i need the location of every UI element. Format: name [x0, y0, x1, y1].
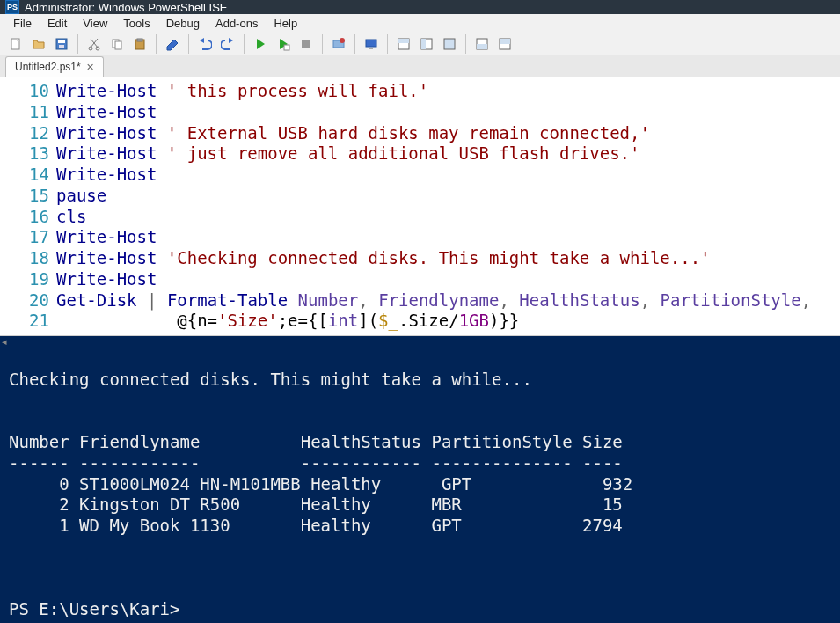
svg-marker-12 [200, 38, 204, 43]
script-editor[interactable]: 10Write-Host ' this process will fail.'1… [0, 77, 840, 335]
svg-rect-23 [398, 39, 409, 43]
line-number: 11 [0, 102, 56, 123]
editor-scrollbar[interactable]: ◂ [0, 335, 840, 336]
svg-rect-16 [284, 45, 289, 50]
code-text: Write-Host [56, 269, 157, 290]
menu-addons[interactable]: Add-ons [208, 14, 266, 33]
close-tab-icon[interactable]: ✕ [86, 62, 94, 73]
line-number: 18 [0, 248, 56, 269]
menubar: File Edit View Tools Debug Add-ons Help [0, 14, 840, 33]
code-line[interactable]: 21 @{n='Size';e={[int]($_.Size/1GB)}} [0, 311, 840, 332]
code-line[interactable]: 12Write-Host ' External USB hard disks m… [0, 123, 840, 144]
code-line[interactable]: 18Write-Host 'Checking connected disks. … [0, 248, 840, 269]
line-number: 16 [0, 207, 56, 228]
svg-point-19 [340, 38, 345, 43]
code-line[interactable]: 17Write-Host [0, 227, 840, 248]
code-text: Write-Host ' External USB hard disks may… [56, 123, 650, 144]
line-number: 17 [0, 227, 56, 248]
pane-c-button[interactable] [439, 33, 460, 55]
svg-rect-3 [58, 40, 65, 43]
svg-rect-25 [421, 39, 426, 49]
code-text: cls [56, 207, 86, 228]
pane-b-button[interactable] [416, 33, 437, 55]
svg-rect-26 [444, 39, 455, 49]
stop-button[interactable] [296, 33, 317, 55]
menu-file[interactable]: File [5, 14, 40, 33]
window-title: Administrator: Windows PowerShell ISE [25, 1, 227, 14]
menu-help[interactable]: Help [266, 14, 305, 33]
code-line[interactable]: 14Write-Host [0, 165, 840, 186]
pane-d-button[interactable] [471, 33, 493, 55]
line-number: 15 [0, 186, 56, 207]
code-text: Get-Disk | Format-Table Number, Friendly… [56, 290, 811, 312]
powershell-icon: PS [5, 0, 19, 14]
run-button[interactable] [250, 33, 271, 55]
break-button[interactable] [328, 33, 349, 55]
menu-tools[interactable]: Tools [115, 14, 157, 33]
line-number: 19 [0, 269, 56, 290]
line-number: 21 [0, 311, 56, 332]
code-line[interactable]: 15pause [0, 186, 840, 207]
copy-button[interactable] [106, 33, 128, 55]
svg-rect-4 [59, 45, 64, 48]
svg-marker-14 [257, 39, 265, 49]
menu-debug[interactable]: Debug [158, 14, 208, 33]
code-text: @{n='Size';e={[int]($_.Size/1GB)}} [56, 311, 519, 332]
code-line[interactable]: 13Write-Host ' just remove all additiona… [0, 143, 840, 165]
line-number: 14 [0, 165, 56, 186]
svg-rect-17 [302, 40, 310, 48]
code-text: Write-Host [56, 102, 157, 123]
new-button[interactable] [5, 33, 26, 55]
code-text: pause [56, 186, 106, 207]
line-number: 13 [0, 143, 56, 165]
code-text: Write-Host 'Checking connected disks. Th… [56, 248, 711, 269]
code-text: Write-Host [56, 165, 157, 186]
tab-strip: Untitled2.ps1* ✕ [0, 55, 840, 77]
line-number: 20 [0, 290, 56, 312]
svg-rect-20 [366, 40, 376, 47]
tab-label: Untitled2.ps1* [15, 61, 81, 73]
svg-rect-10 [137, 39, 142, 41]
titlebar: PS Administrator: Windows PowerShell ISE [0, 0, 840, 14]
cut-button[interactable] [84, 33, 105, 55]
redo-button[interactable] [217, 33, 238, 55]
svg-rect-28 [477, 44, 487, 49]
paste-button[interactable] [129, 33, 150, 55]
code-line[interactable]: 20Get-Disk | Format-Table Number, Friend… [0, 290, 840, 312]
line-number: 12 [0, 123, 56, 144]
pane-a-button[interactable] [393, 33, 414, 55]
menu-view[interactable]: View [75, 14, 115, 33]
remote-button[interactable] [361, 33, 382, 55]
code-text: Write-Host [56, 227, 157, 248]
line-number: 10 [0, 81, 56, 102]
toolbar [0, 33, 840, 55]
clear-button[interactable] [162, 33, 183, 55]
tab-untitled2[interactable]: Untitled2.ps1* ✕ [5, 56, 104, 77]
run-selection-button[interactable] [273, 33, 294, 55]
code-text: Write-Host ' this process will fail.' [56, 81, 428, 102]
svg-rect-8 [115, 41, 121, 49]
code-line[interactable]: 16cls [0, 207, 840, 228]
save-button[interactable] [51, 33, 72, 55]
code-line[interactable]: 19Write-Host [0, 269, 840, 290]
menu-edit[interactable]: Edit [40, 14, 75, 33]
svg-rect-21 [369, 48, 373, 49]
svg-marker-13 [229, 38, 233, 43]
code-line[interactable]: 10Write-Host ' this process will fail.' [0, 81, 840, 102]
svg-marker-11 [167, 40, 178, 50]
code-line[interactable]: 11Write-Host [0, 102, 840, 123]
svg-rect-30 [500, 39, 510, 44]
open-button[interactable] [28, 33, 49, 55]
code-text: Write-Host ' just remove all additional … [56, 143, 639, 165]
undo-button[interactable] [194, 33, 215, 55]
console-pane[interactable]: Checking connected disks. This might tak… [0, 336, 840, 623]
pane-e-button[interactable] [494, 33, 515, 55]
